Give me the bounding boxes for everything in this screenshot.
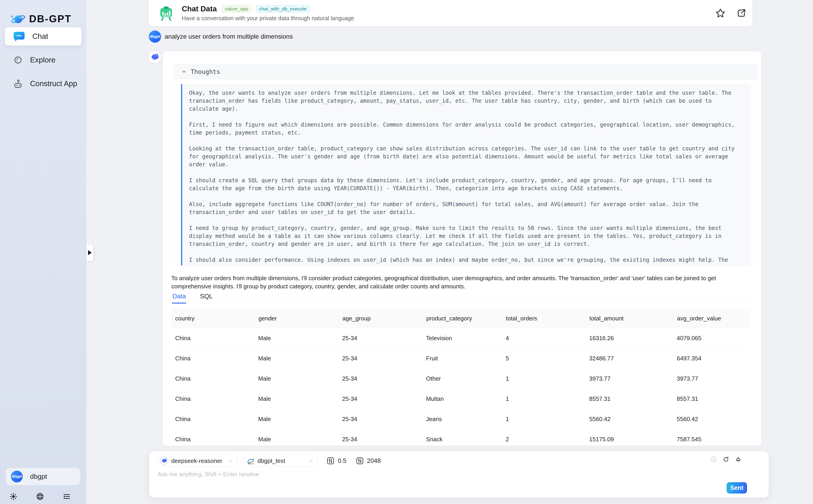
thoughts-quote: Okay, the user wants to analyze user ord… [181, 84, 751, 266]
logo-text: DB-GPT [29, 13, 72, 25]
sidebar-item-explore[interactable]: Explore [5, 51, 81, 69]
table-cell: 25-34 [338, 375, 422, 382]
sidebar-item-label: Explore [30, 56, 55, 64]
table-row: ChinaMale25-34Snack215175.097587.545 [171, 429, 751, 446]
header-title-block: Chat Data native_app chat_with_db_execut… [182, 5, 354, 22]
app-subtitle: Have a conversation with your private da… [182, 15, 354, 22]
table-cell: 15175.09 [585, 436, 673, 443]
table-cell: 4 [502, 335, 585, 342]
model-select[interactable]: deepseek-reasoner [158, 455, 237, 467]
chevron-down-icon [228, 458, 234, 464]
user-avatar: dbgpt [11, 471, 23, 482]
table-cell: 16316.26 [585, 335, 673, 342]
table-cell: 8557.31 [585, 395, 673, 402]
send-button[interactable]: Sent [727, 482, 747, 494]
table-row: ChinaMale25-34Television416316.264079.06… [171, 328, 751, 348]
app-header: Chat Data native_app chat_with_db_execut… [149, 0, 753, 26]
tab-sql[interactable]: SQL [200, 293, 213, 300]
tab-data[interactable]: Data [172, 293, 186, 300]
table-cell: 5560.42 [673, 416, 751, 423]
table-cell: Male [254, 436, 338, 443]
table-cell: Other [422, 375, 502, 382]
table-cell: 25-34 [338, 335, 422, 342]
table-header-cell: avg_order_value [673, 313, 751, 323]
sidebar-item-chat[interactable]: Chat [5, 27, 81, 45]
table-cell: China [171, 416, 254, 423]
max-tokens-control[interactable]: 2048 [356, 457, 381, 465]
sidebar-item-label: Chat [32, 32, 48, 41]
app-root: DB-GPT Chat Explore [0, 0, 813, 504]
pause-icon[interactable] [711, 456, 717, 462]
table-cell: 3973.77 [673, 375, 751, 382]
chat-bubble-icon [13, 31, 25, 41]
table-cell: Snack [422, 436, 502, 443]
thought-paragraph: First, I need to figure out which dimens… [189, 121, 744, 137]
theme-sun-icon[interactable] [9, 492, 18, 501]
table-cell: 25-34 [338, 395, 422, 402]
table-cell: 25-34 [338, 355, 422, 362]
tune-icon [356, 457, 364, 465]
composer-panel: deepseek-reasoner My SQL dbgpt_test [149, 451, 769, 498]
user-chip[interactable]: dbgpt dbgpt [6, 468, 80, 485]
language-globe-icon[interactable] [36, 492, 44, 501]
user-message-text: analyze user orders from multiple dimens… [165, 33, 293, 40]
table-cell: 1 [502, 395, 585, 402]
message-input[interactable]: Ask me anything, Shift + Enter newline [158, 471, 259, 478]
response-summary: To analyze user orders from multiple dim… [171, 274, 753, 290]
table-cell: Male [254, 395, 338, 402]
table-header-cell: product_category [422, 313, 502, 323]
table-cell: 5560.42 [585, 416, 673, 423]
table-row: ChinaMale25-34Multan18557.318557.31 [171, 389, 751, 409]
sidebar-item-construct-app[interactable]: Construct App [5, 75, 81, 93]
table-header-cell: age_group [338, 313, 422, 323]
star-icon[interactable] [715, 8, 726, 18]
model-avatar [160, 457, 168, 465]
mysql-icon: My SQL [246, 457, 255, 465]
result-tabs: Data SQL [172, 293, 213, 300]
refresh-icon[interactable] [723, 456, 729, 462]
badge-chat-mode: chat_with_db_execute [256, 5, 310, 12]
whale-icon [161, 458, 167, 464]
collapse-sidebar-icon[interactable] [62, 492, 71, 501]
user-message-row: dbgpt analyze user orders from multiple … [149, 30, 293, 43]
share-icon[interactable] [736, 8, 747, 18]
sidebar-footer-icons [0, 492, 80, 501]
thoughts-toggle[interactable]: Thoughts [175, 64, 757, 79]
temperature-control[interactable]: 0.5 [327, 457, 346, 465]
composer-controls: deepseek-reasoner My SQL dbgpt_test [158, 455, 381, 467]
table-cell: Jeans [422, 416, 502, 423]
table-row: ChinaMale25-34Other13973.773973.77 [171, 369, 751, 389]
assistant-avatar [149, 51, 161, 63]
whale-icon [151, 53, 159, 61]
thought-paragraph: I should also consider performance. Usin… [189, 256, 744, 266]
thoughts-title: Thoughts [190, 68, 220, 75]
thought-paragraph: Okay, the user wants to analyze user ord… [189, 89, 744, 113]
table-cell: 2 [502, 436, 585, 443]
table-cell: Male [254, 335, 338, 342]
assistant-response-card: Thoughts Okay, the user wants to analyze… [163, 51, 761, 446]
table-cell: 3973.77 [585, 375, 673, 382]
table-row: ChinaMale25-34Jeans15560.425560.42 [171, 409, 751, 429]
table-cell: Multan [422, 395, 502, 402]
app-board-icon [158, 5, 175, 22]
table-header-cell: total_orders [502, 313, 585, 323]
explore-icon [13, 55, 23, 65]
composer-action-icons [711, 456, 741, 462]
table-header-row: countrygenderage_groupproduct_categoryto… [171, 309, 751, 328]
main-area: Chat Data native_app chat_with_db_execut… [86, 0, 813, 504]
thoughts-body: Okay, the user wants to analyze user ord… [175, 79, 757, 266]
table-cell: Male [254, 375, 338, 382]
app-logo: DB-GPT [0, 0, 86, 27]
table-cell: Male [254, 416, 338, 423]
table-cell: Television [422, 335, 502, 342]
tune-icon [327, 457, 334, 465]
page-title: Chat Data [182, 5, 217, 13]
thought-paragraph: I need to group by product_category, cou… [189, 224, 744, 248]
chevron-down-icon [181, 69, 187, 75]
clear-icon[interactable] [735, 456, 741, 462]
table-cell: 25-34 [338, 436, 422, 443]
table-cell: China [171, 436, 254, 443]
model-select-value: deepseek-reasoner [171, 457, 222, 464]
database-select[interactable]: My SQL dbgpt_test [244, 455, 317, 467]
table-cell: China [171, 395, 254, 402]
